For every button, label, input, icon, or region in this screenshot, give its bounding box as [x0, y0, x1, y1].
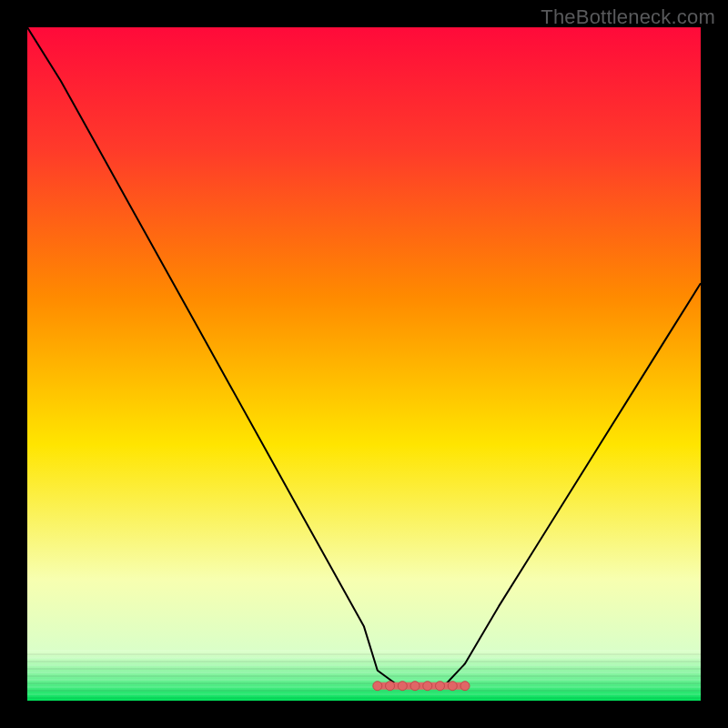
svg-point-16: [398, 682, 407, 691]
svg-rect-7: [27, 675, 701, 677]
plot-svg: [27, 27, 701, 701]
chart-stage: TheBottleneck.com: [0, 0, 728, 728]
svg-rect-8: [27, 679, 701, 681]
svg-rect-6: [27, 672, 701, 673]
svg-rect-1: [27, 653, 701, 655]
svg-rect-12: [27, 693, 701, 695]
svg-rect-11: [27, 690, 701, 692]
svg-rect-9: [27, 682, 701, 684]
plot-area: [27, 27, 701, 701]
svg-rect-5: [27, 668, 701, 670]
svg-rect-4: [27, 664, 701, 666]
svg-rect-2: [27, 657, 701, 659]
svg-rect-10: [27, 686, 701, 688]
svg-point-17: [410, 682, 420, 691]
svg-point-18: [423, 682, 432, 691]
svg-point-21: [460, 682, 470, 691]
gradient-background: [27, 27, 701, 701]
svg-rect-13: [27, 697, 701, 699]
watermark-text: TheBottleneck.com: [541, 5, 715, 29]
svg-rect-3: [27, 661, 701, 662]
svg-point-19: [436, 682, 445, 691]
svg-point-20: [448, 682, 457, 691]
svg-point-15: [386, 682, 395, 691]
svg-rect-0: [27, 650, 701, 652]
svg-point-14: [373, 682, 382, 691]
